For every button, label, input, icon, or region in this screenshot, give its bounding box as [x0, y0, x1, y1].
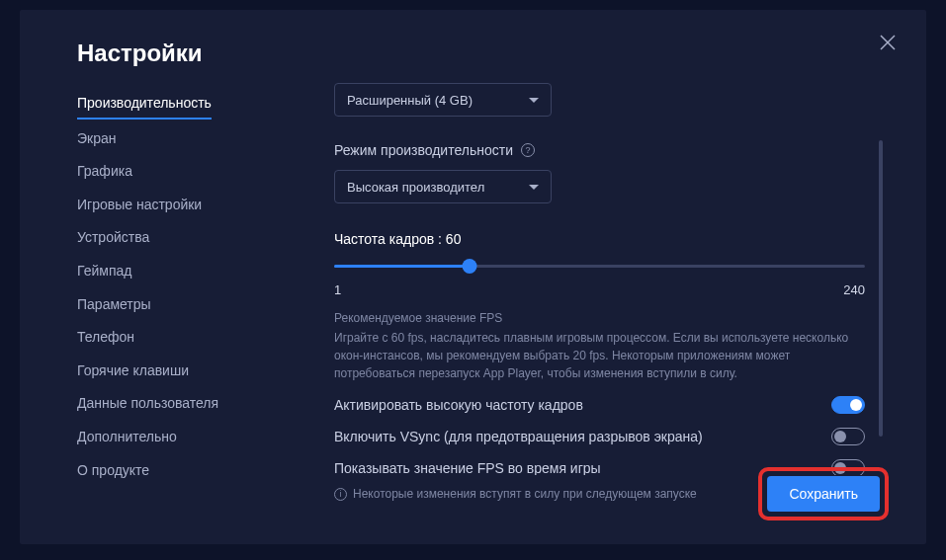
memory-select-value: Расширенный (4 GB): [347, 93, 473, 108]
fps-min: 1: [334, 282, 341, 297]
close-button[interactable]: [879, 34, 897, 51]
footer-note-text: Некоторые изменения вступят в силу при с…: [353, 487, 697, 501]
perf-mode-select-value: Высокая производител: [347, 180, 484, 195]
fps-hint-title: Рекомендуемое значение FPS: [334, 311, 865, 325]
scroll-region: Расширенный (4 GB) Режим производительно…: [334, 83, 865, 475]
toggle-label-high-fps: Активировать высокую частоту кадров: [334, 397, 583, 413]
toggle-row-high-fps: Активировать высокую частоту кадров: [334, 396, 865, 414]
perf-mode-select[interactable]: Высокая производител: [334, 170, 552, 203]
sidebar-item-user-data[interactable]: Данные пользователя: [77, 387, 265, 421]
slider-thumb[interactable]: [462, 259, 476, 274]
settings-window: Настройки Производительность Экран Графи…: [20, 10, 926, 544]
fps-slider[interactable]: [334, 257, 865, 277]
footer: i Некоторые изменения вступят в силу при…: [334, 467, 889, 520]
settings-body: Производительность Экран Графика Игровые…: [77, 83, 889, 520]
sidebar-item-gamepad[interactable]: Геймпад: [77, 255, 265, 288]
caret-down-icon: [529, 185, 539, 190]
sidebar-item-advanced[interactable]: Дополнительно: [77, 421, 265, 454]
slider-fill: [334, 265, 470, 268]
fps-max: 240: [843, 282, 865, 297]
sidebar-item-graphics[interactable]: Графика: [77, 155, 265, 189]
save-highlight: Сохранить: [758, 467, 889, 520]
sidebar-item-performance[interactable]: Производительность: [77, 87, 212, 120]
toggle-vsync[interactable]: [831, 428, 865, 445]
sidebar-item-screen[interactable]: Экран: [77, 122, 265, 156]
scrollbar[interactable]: [879, 140, 883, 437]
save-button[interactable]: Сохранить: [767, 476, 880, 512]
help-icon[interactable]: ?: [521, 143, 535, 157]
perf-mode-label: Режим производительности ?: [334, 142, 865, 158]
sidebar: Производительность Экран Графика Игровые…: [77, 83, 265, 520]
sidebar-item-parameters[interactable]: Параметры: [77, 288, 265, 322]
toggle-high-fps[interactable]: [831, 396, 865, 414]
toggle-label-vsync: Включить VSync (для предотвращения разры…: [334, 429, 703, 444]
toggle-row-vsync: Включить VSync (для предотвращения разры…: [334, 428, 865, 445]
info-icon: i: [334, 488, 347, 501]
page-title: Настройки: [77, 40, 889, 67]
content-area: Расширенный (4 GB) Режим производительно…: [334, 83, 889, 520]
sidebar-item-hotkeys[interactable]: Горячие клавиши: [77, 355, 265, 388]
sidebar-item-devices[interactable]: Устройства: [77, 221, 265, 255]
sidebar-item-phone[interactable]: Телефон: [77, 321, 265, 355]
memory-select[interactable]: Расширенный (4 GB): [334, 83, 552, 117]
perf-mode-label-text: Режим производительности: [334, 142, 513, 158]
slider-range: 1 240: [334, 282, 865, 297]
fps-label: Частота кадров : 60: [334, 231, 865, 247]
sidebar-item-game-settings[interactable]: Игровые настройки: [77, 189, 265, 222]
footer-note: i Некоторые изменения вступят в силу при…: [334, 487, 697, 501]
sidebar-item-about[interactable]: О продукте: [77, 454, 265, 488]
fps-hint-body: Играйте с 60 fps, насладитесь плавным иг…: [334, 329, 865, 382]
fps-value: 60: [446, 231, 462, 247]
close-icon: [879, 34, 897, 51]
caret-down-icon: [529, 98, 539, 103]
